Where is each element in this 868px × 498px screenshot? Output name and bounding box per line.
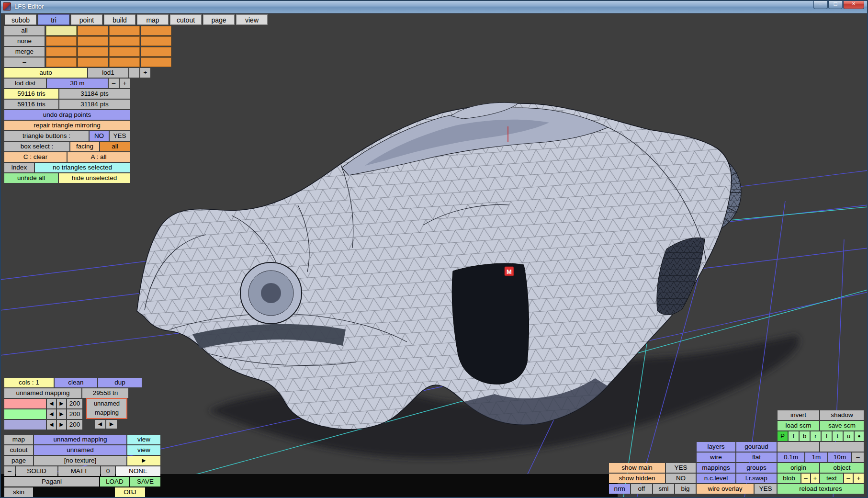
grid-cell[interactable] xyxy=(46,36,77,46)
lod-plus-button[interactable]: + xyxy=(140,68,150,78)
grid-cell[interactable] xyxy=(141,47,171,57)
blue-decrease-button[interactable]: ◄ xyxy=(47,420,56,430)
flat-button[interactable]: flat xyxy=(736,453,777,462)
dash-button-b[interactable]: – xyxy=(820,442,864,452)
merge-button[interactable]: merge xyxy=(4,47,45,57)
zero-button[interactable]: 0 xyxy=(101,466,115,476)
grid-cell[interactable] xyxy=(46,47,77,57)
select-all-button[interactable]: all xyxy=(4,26,45,35)
nc-level-button[interactable]: n.c.level xyxy=(697,474,735,483)
grid-cell[interactable] xyxy=(141,26,171,35)
origin-button[interactable]: origin xyxy=(778,463,819,473)
invert-button[interactable]: invert xyxy=(778,410,819,420)
clean-button[interactable]: clean xyxy=(55,378,97,387)
repair-mirroring-button[interactable]: repair triangle mirroring xyxy=(4,121,130,130)
tab-tri[interactable]: tri xyxy=(38,14,69,25)
grid-10m-button[interactable]: 10m xyxy=(828,453,851,462)
material-minus-button[interactable]: – xyxy=(4,466,15,476)
close-button[interactable]: × xyxy=(843,0,864,9)
maximize-button[interactable]: □ xyxy=(828,0,843,9)
lod-dist-minus-button[interactable]: – xyxy=(109,79,119,88)
lod-auto-button[interactable]: auto xyxy=(4,68,87,78)
tab-build[interactable]: build xyxy=(104,14,135,25)
skin-button[interactable]: skin xyxy=(4,487,33,497)
solid-button[interactable]: SOLID xyxy=(16,466,57,476)
select-all-tris-button[interactable]: A : all xyxy=(68,152,130,162)
cutout-view-button[interactable]: view xyxy=(127,445,160,455)
lod1-button[interactable]: lod1 xyxy=(88,68,128,78)
lr-swap-button[interactable]: l.r.swap xyxy=(736,474,777,483)
blob-minus-button[interactable]: – xyxy=(801,474,810,483)
grid-cell[interactable] xyxy=(109,36,140,46)
red-swatch[interactable] xyxy=(4,399,46,408)
grid-cell[interactable] xyxy=(46,26,77,35)
groups-button[interactable]: groups xyxy=(736,463,777,473)
current-mapping-box[interactable]: unnamed mapping xyxy=(86,398,127,419)
wire-overlay-toggle[interactable]: YES xyxy=(755,484,777,494)
unhide-all-button[interactable]: unhide all xyxy=(4,173,58,183)
view-left-button[interactable]: l xyxy=(822,431,832,441)
lod-minus-button[interactable]: – xyxy=(129,68,139,78)
map-view-button[interactable]: view xyxy=(127,435,160,444)
page-label[interactable]: page xyxy=(4,456,33,465)
cols-button[interactable]: cols : 1 xyxy=(4,378,54,387)
blob-plus-button[interactable]: + xyxy=(811,474,819,483)
mapping-next-button[interactable]: ► xyxy=(106,420,117,429)
grid-cell[interactable] xyxy=(109,47,140,57)
grid-cell[interactable] xyxy=(109,26,140,35)
view-back-button[interactable]: b xyxy=(800,431,810,441)
view-top-button[interactable]: t xyxy=(833,431,843,441)
nrm-button[interactable]: nrm xyxy=(609,484,630,494)
blue-swatch[interactable] xyxy=(4,420,46,430)
select-none-button[interactable]: none xyxy=(4,36,45,46)
show-hidden-toggle[interactable]: NO xyxy=(666,474,696,483)
grid-01m-button[interactable]: 0.1m xyxy=(778,453,804,462)
text-plus-button[interactable]: + xyxy=(854,474,864,483)
mappings-button[interactable]: mappings xyxy=(697,463,735,473)
view-right-button[interactable]: r xyxy=(811,431,821,441)
gouraud-button[interactable]: gouraud xyxy=(736,442,777,452)
green-swatch[interactable] xyxy=(4,409,46,419)
dup-button[interactable]: dup xyxy=(98,378,142,387)
save-scm-button[interactable]: save scm xyxy=(820,421,864,430)
cutout-value[interactable]: unnamed xyxy=(34,445,126,455)
map-value[interactable]: unnamed mapping xyxy=(34,435,126,444)
cutout-label[interactable]: cutout xyxy=(4,445,33,455)
layers-button[interactable]: layers xyxy=(697,442,735,452)
green-decrease-button[interactable]: ◄ xyxy=(47,409,56,419)
view-under-button[interactable]: u xyxy=(844,431,854,441)
nrm-sml-button[interactable]: sml xyxy=(653,484,674,494)
page-next-button[interactable]: ► xyxy=(127,456,160,465)
reload-textures-button[interactable]: reload textures xyxy=(778,484,864,494)
select-minus-button[interactable]: – xyxy=(4,57,45,67)
obj-button[interactable]: OBJ xyxy=(115,487,145,497)
box-select-facing[interactable]: facing xyxy=(70,142,99,151)
hide-unselected-button[interactable]: hide unselected xyxy=(59,173,130,183)
load-button[interactable]: LOAD xyxy=(100,477,129,487)
tab-subob[interactable]: subob xyxy=(5,14,36,25)
save-button[interactable]: SAVE xyxy=(130,477,160,487)
none-button[interactable]: NONE xyxy=(116,466,160,476)
triangle-buttons-no[interactable]: NO xyxy=(90,131,109,141)
show-main-toggle[interactable]: YES xyxy=(666,463,696,473)
title-bar[interactable]: LFS Editor xyxy=(0,0,868,13)
grid-cell[interactable] xyxy=(78,36,108,46)
map-label[interactable]: map xyxy=(4,435,33,444)
load-scm-button[interactable]: load scm xyxy=(778,421,819,430)
text-minus-button[interactable]: – xyxy=(844,474,853,483)
nrm-big-button[interactable]: big xyxy=(675,484,696,494)
grid-cell[interactable] xyxy=(46,57,77,67)
shadow-button[interactable]: shadow xyxy=(820,410,864,420)
text-button[interactable]: text xyxy=(820,474,843,483)
grid-1m-button[interactable]: 1m xyxy=(805,453,827,462)
tab-view[interactable]: view xyxy=(236,14,268,25)
tab-map[interactable]: map xyxy=(137,14,169,25)
tab-page[interactable]: page xyxy=(203,14,235,25)
triangle-buttons-yes[interactable]: YES xyxy=(110,131,130,141)
grid-cell[interactable] xyxy=(78,47,108,57)
blob-button[interactable]: blob xyxy=(778,474,800,483)
box-select-all[interactable]: all xyxy=(100,142,130,151)
matt-button[interactable]: MATT xyxy=(58,466,100,476)
red-increase-button[interactable]: ► xyxy=(57,399,66,408)
grid-cell[interactable] xyxy=(78,26,108,35)
